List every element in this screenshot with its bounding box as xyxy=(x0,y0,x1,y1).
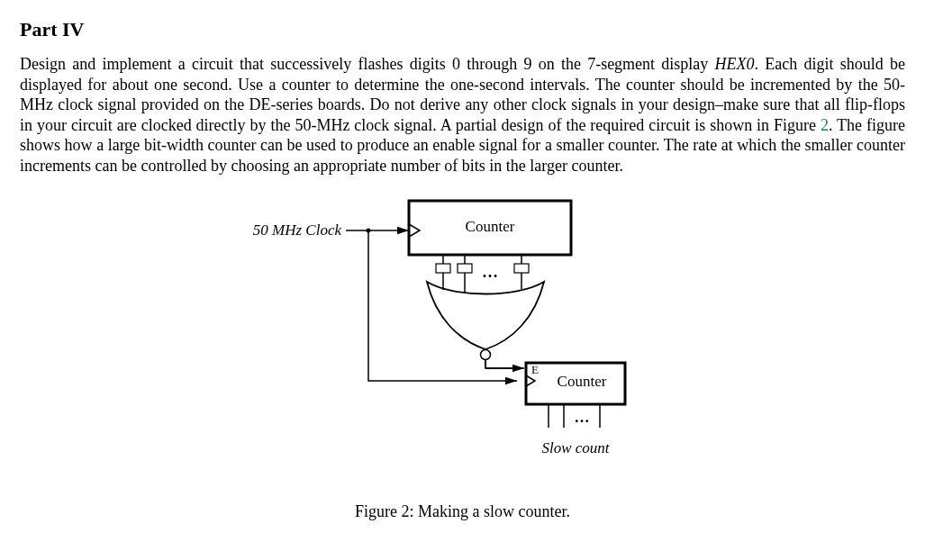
display-name: HEX0 xyxy=(715,55,755,73)
big-counter-bit-right xyxy=(514,255,529,278)
svg-rect-3 xyxy=(458,264,472,273)
enable-label: E xyxy=(531,363,539,376)
svg-point-6 xyxy=(480,350,490,360)
nor-output-wire-h xyxy=(485,360,521,368)
slow-count-label: Slow count xyxy=(541,439,610,456)
part-heading: Part IV xyxy=(20,18,905,41)
svg-rect-1 xyxy=(436,264,450,273)
circuit-diagram: 50 MHz Clock Counter … xyxy=(211,192,715,489)
figure-caption: Figure 2: Making a slow counter. xyxy=(20,502,905,521)
clock-label: 50 MHz Clock xyxy=(252,221,341,239)
svg-rect-5 xyxy=(514,264,529,273)
small-counter-dots: … xyxy=(574,409,589,426)
figure-reference[interactable]: 2 xyxy=(821,116,829,134)
small-counter-label: Counter xyxy=(557,373,606,390)
big-counter-bit-left2 xyxy=(458,255,472,278)
big-counter-dots: … xyxy=(482,263,498,281)
nor-gate xyxy=(427,282,544,360)
big-counter-bit-left xyxy=(436,255,450,278)
big-counter-label: Counter xyxy=(465,218,514,235)
body-paragraph: Design and implement a circuit that succ… xyxy=(20,54,905,176)
figure-2: 50 MHz Clock Counter … xyxy=(20,192,905,521)
para-text-1: Design and implement a circuit that succ… xyxy=(20,55,715,73)
